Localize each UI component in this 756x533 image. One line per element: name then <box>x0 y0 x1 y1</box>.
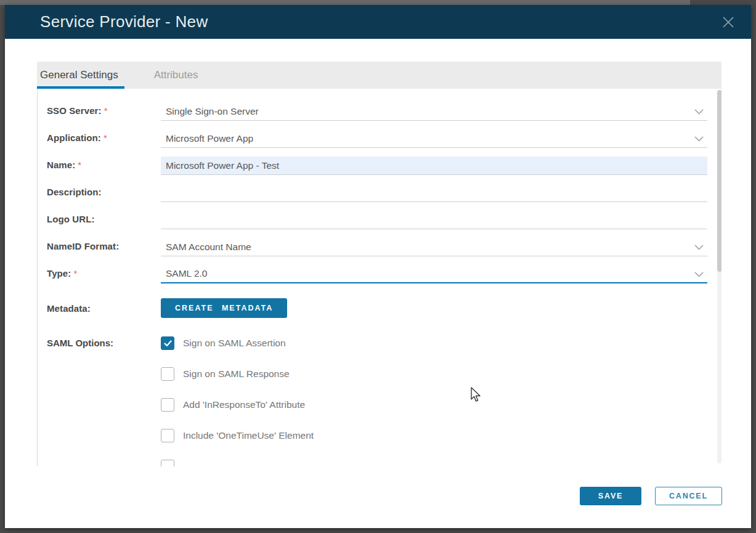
general-settings-form: SSO Server:* Single Sign-on Server Appli… <box>38 89 721 466</box>
chevron-down-icon <box>694 245 704 250</box>
scrollbar-thumb[interactable] <box>717 90 721 272</box>
required-asterisk: * <box>104 132 107 143</box>
sso-server-select[interactable]: Single Sign-on Server <box>161 102 707 121</box>
tab-general-settings[interactable]: General Settings <box>37 62 124 89</box>
dialog-title: Service Provider - New <box>40 12 720 31</box>
name-value: Microsoft Power App - Test <box>161 160 279 171</box>
metadata-row: Metadata: CREATE METADATA <box>47 298 721 318</box>
tab-label: General Settings <box>40 69 118 81</box>
checkbox-include-onetimeuse[interactable]: Include 'OneTimeUse' Element <box>161 429 721 442</box>
checkbox-label: Sign on SAML Assertion <box>183 338 286 349</box>
description-input[interactable] <box>161 184 707 202</box>
required-asterisk: * <box>104 105 108 116</box>
checkbox-partially-visible[interactable] <box>161 460 721 466</box>
checkbox-unchecked-icon <box>161 367 174 381</box>
sso-server-value: Single Sign-on Server <box>161 106 259 117</box>
checkbox-label: Sign on SAML Response <box>183 368 290 380</box>
form-scroll-area: SSO Server:* Single Sign-on Server Appli… <box>37 89 721 466</box>
tab-attributes[interactable]: Attributes <box>149 62 203 89</box>
saml-options-row: SAML Options: Sign on SAML Assertion Sig… <box>47 336 721 466</box>
nameid-format-row: NameID Format: SAM Account Name <box>47 229 721 256</box>
nameid-format-value: SAM Account Name <box>161 242 251 253</box>
checkbox-label: Add 'InResponseTo' Attribute <box>183 399 305 410</box>
logo-url-label: Logo URL: <box>47 214 161 229</box>
description-row: Description: <box>47 175 721 202</box>
saml-options-label: SAML Options: <box>47 336 161 466</box>
application-value: Microsoft Power App <box>161 133 253 144</box>
create-metadata-button[interactable]: CREATE METADATA <box>161 298 287 318</box>
dialog-footer: SAVE CANCEL <box>580 487 722 505</box>
checkbox-unchecked-icon <box>161 460 174 466</box>
tab-bar: General Settings Attributes <box>37 62 721 89</box>
close-button[interactable] <box>720 14 736 30</box>
sso-server-label: SSO Server:* <box>47 105 161 121</box>
name-input[interactable]: Microsoft Power App - Test <box>161 157 707 175</box>
application-select[interactable]: Microsoft Power App <box>161 129 707 148</box>
checkbox-unchecked-icon <box>161 398 174 412</box>
chevron-down-icon <box>694 272 704 277</box>
sso-server-row: SSO Server:* Single Sign-on Server <box>47 94 721 121</box>
logo-url-row: Logo URL: <box>47 202 721 229</box>
required-asterisk: * <box>78 160 81 170</box>
checkbox-sign-saml-response[interactable]: Sign on SAML Response <box>161 367 721 381</box>
service-provider-dialog: Service Provider - New General Settings … <box>5 5 751 528</box>
vertical-scrollbar[interactable] <box>717 90 721 463</box>
checkbox-unchecked-icon <box>161 429 174 442</box>
metadata-label: Metadata: <box>47 303 161 314</box>
saml-options-list: Sign on SAML Assertion Sign on SAML Resp… <box>161 336 721 466</box>
checkbox-sign-saml-assertion[interactable]: Sign on SAML Assertion <box>161 336 721 350</box>
required-asterisk: * <box>73 268 77 279</box>
name-label: Name:* <box>47 160 161 175</box>
close-icon <box>722 16 734 28</box>
description-label: Description: <box>47 187 161 202</box>
application-row: Application:* Microsoft Power App <box>47 121 721 148</box>
dialog-header: Service Provider - New <box>5 5 751 39</box>
type-value: SAML 2.0 <box>161 268 208 279</box>
save-button[interactable]: SAVE <box>580 487 641 505</box>
type-label: Type:* <box>47 268 161 283</box>
name-row: Name:* Microsoft Power App - Test <box>47 148 721 175</box>
tab-label: Attributes <box>154 69 198 81</box>
nameid-format-label: NameID Format: <box>47 241 161 256</box>
application-label: Application:* <box>47 132 161 148</box>
chevron-down-icon <box>694 136 704 142</box>
logo-url-input[interactable] <box>161 211 707 229</box>
type-select[interactable]: SAML 2.0 <box>161 265 707 283</box>
checkbox-add-inresponseto[interactable]: Add 'InResponseTo' Attribute <box>161 398 721 412</box>
cancel-button[interactable]: CANCEL <box>655 487 722 505</box>
type-row: Type:* SAML 2.0 <box>47 256 721 283</box>
dimmed-background <box>0 0 690 5</box>
chevron-down-icon <box>694 109 704 115</box>
checkbox-label: Include 'OneTimeUse' Element <box>183 430 314 441</box>
nameid-format-select[interactable]: SAM Account Name <box>161 238 707 256</box>
checkbox-checked-icon <box>161 336 174 350</box>
